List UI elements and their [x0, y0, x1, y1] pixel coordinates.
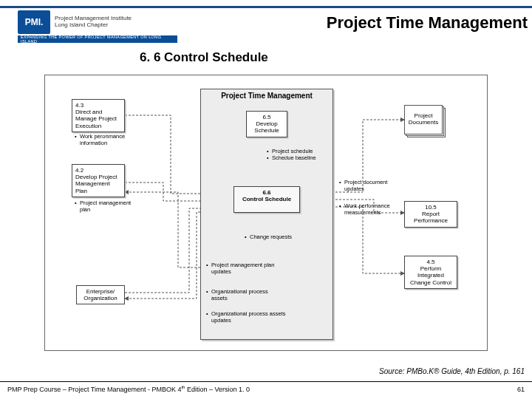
bullet: Work peronmance information	[75, 133, 134, 147]
bullets-opa: Organizational process assets	[206, 288, 280, 302]
node-4-5: 4.5 Perform Integrated Change Control	[404, 256, 457, 289]
bullet: Schedue baseline	[267, 154, 326, 161]
node-name: Report Performance	[408, 211, 454, 224]
bullet: Project document updates	[339, 179, 398, 193]
pmi-logo: PMI. Project Management Institute Long I…	[18, 10, 177, 43]
node-name: Direct and Manage Project Execution	[75, 109, 121, 129]
bullet: Organizational process assets updates	[206, 310, 287, 324]
footer-a: PMP Prep Course – Project Time Managemen…	[7, 386, 181, 393]
node-num: 4.2	[75, 167, 121, 174]
bullet: Project schedule	[267, 148, 326, 154]
bullet: Work performance measurements	[339, 202, 398, 216]
node-6-5: 6.5 Develop Schedule	[246, 111, 287, 137]
diagram-frame: Project Time Management 4.3 Direct and M…	[44, 75, 488, 351]
stack-label: Project Documents	[404, 105, 443, 134]
footer-text: PMP Prep Course – Project Time Managemen…	[7, 385, 250, 393]
shade-title: Project Time Management	[201, 89, 332, 104]
bullets-4-2: Project management plan	[75, 200, 134, 214]
node-name: Control Schedule	[237, 196, 296, 202]
bullets-4-3: Work peronmance information	[75, 133, 134, 147]
bullets-pd: Project document updates	[339, 179, 398, 193]
bullet: Project management plan	[75, 200, 134, 214]
bullets-cr: Change requests	[245, 233, 307, 240]
node-6-6: 6.6 Control Schedule	[233, 186, 300, 213]
logo-strap: EXPANDING THE POWER OF PROJECT MANAGEMEN…	[18, 35, 177, 43]
node-name: Develop Project Management Plan	[75, 174, 121, 194]
node-10-5: 10.5 Report Performance	[404, 201, 457, 228]
node-num: 6.5	[250, 114, 284, 120]
bullets-6-5: Project schedule Schedue baseline	[267, 148, 326, 162]
page-title: Project Time Management	[327, 13, 528, 33]
node-enterprise: Enterprise/ Organization	[76, 285, 125, 304]
node-name: Enterprise/ Organization	[80, 288, 121, 301]
bullet: Organizational process assets	[206, 288, 280, 302]
logo-line2: Long Island Chapter	[55, 22, 132, 29]
node-num: 4.5	[408, 259, 454, 265]
node-num: 10.5	[408, 204, 454, 211]
node-num: 4.3	[75, 102, 121, 109]
node-name: Perform Integrated Change Control	[408, 265, 454, 286]
bullets-opau: Organizational process assets updates	[206, 310, 287, 324]
footer-rule	[0, 381, 532, 382]
bullet: Project management plan updates	[206, 262, 280, 276]
bullets-pmu: Project management plan updates	[206, 262, 280, 276]
node-4-2: 4.2 Develop Project Management Plan	[72, 164, 125, 197]
footer-b: Edition – Version 1. 0	[185, 386, 250, 393]
node-name: Develop Schedule	[250, 120, 284, 134]
logo-mark: PMI.	[18, 10, 50, 34]
bullet: Change requests	[245, 233, 307, 240]
node-num: 6.6	[237, 189, 296, 196]
bullets-wp: Work performance measurements	[339, 202, 398, 216]
logo-text: Project Management Institute Long Island…	[55, 16, 132, 29]
page-number: 61	[517, 386, 525, 393]
node-4-3: 4.3 Direct and Manage Project Execution	[72, 99, 125, 132]
source-citation: Source: PMBo.K® Guide, 4th Edition, p. 1…	[379, 367, 525, 375]
header-rule	[0, 6, 532, 8]
section-title: 6. 6 Control Schedule	[140, 50, 268, 65]
